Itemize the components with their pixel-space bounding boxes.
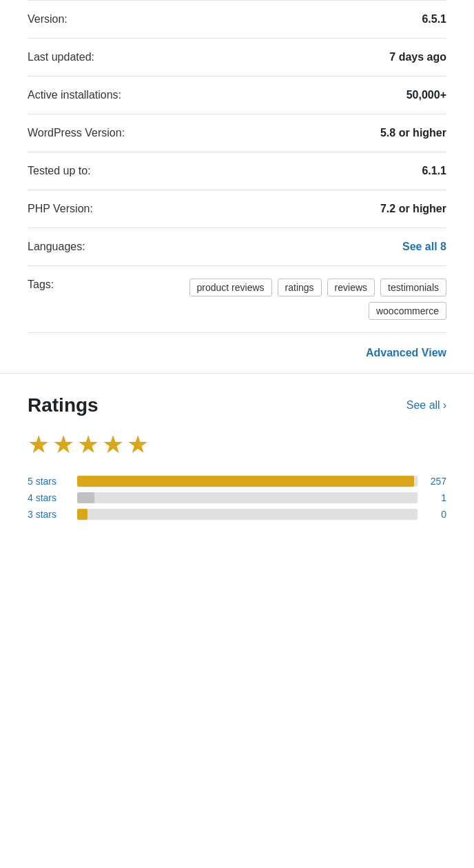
- 5stars-bar-fill: [77, 476, 414, 487]
- 4stars-bar-bg: [77, 492, 418, 503]
- rating-bar-5stars: 5 stars 257: [28, 476, 446, 487]
- ratings-title: Ratings: [28, 394, 99, 416]
- tested-up-to-value: 6.1.1: [422, 165, 446, 177]
- rating-bar-4stars: 4 stars 1: [28, 492, 446, 503]
- tags-row: Tags: product reviews ratings reviews te…: [28, 266, 446, 333]
- plugin-info-table: Version: 6.5.1 Last updated: 7 days ago …: [0, 0, 474, 333]
- star-3: ★: [77, 430, 99, 459]
- tested-up-to-label: Tested up to:: [28, 165, 91, 177]
- version-row: Version: 6.5.1: [28, 0, 446, 39]
- 5stars-bar-bg: [77, 476, 418, 487]
- active-installations-value: 50,000+: [406, 89, 446, 101]
- tag-ratings[interactable]: ratings: [278, 279, 322, 296]
- star-4: ★: [102, 430, 124, 459]
- languages-label: Languages:: [28, 241, 85, 253]
- tag-woocommerce[interactable]: woocommerce: [369, 302, 446, 320]
- active-installations-row: Active installations: 50,000+: [28, 77, 446, 114]
- 4stars-bar-fill: [77, 492, 94, 503]
- 4stars-count: 1: [426, 492, 446, 503]
- rating-bar-3stars: 3 stars 0: [28, 509, 446, 520]
- ratings-header: Ratings See all ›: [28, 394, 446, 416]
- languages-row: Languages: See all 8: [28, 228, 446, 266]
- tags-container: product reviews ratings reviews testimon…: [171, 279, 446, 320]
- stars-display: ★ ★ ★ ★ ★: [28, 430, 446, 459]
- last-updated-row: Last updated: 7 days ago: [28, 39, 446, 77]
- see-all-label: See all: [406, 399, 440, 412]
- 4stars-label[interactable]: 4 stars: [28, 492, 69, 503]
- last-updated-value: 7 days ago: [389, 51, 446, 63]
- wordpress-version-value: 5.8 or higher: [380, 127, 446, 139]
- 5stars-label[interactable]: 5 stars: [28, 476, 69, 487]
- 3stars-label[interactable]: 3 stars: [28, 509, 69, 520]
- see-all-link[interactable]: See all ›: [406, 399, 446, 412]
- wordpress-version-label: WordPress Version:: [28, 127, 125, 139]
- php-version-label: PHP Version:: [28, 203, 93, 215]
- advanced-view-link[interactable]: Advanced View: [366, 347, 446, 359]
- version-value: 6.5.1: [422, 13, 446, 26]
- active-installations-label: Active installations:: [28, 89, 121, 101]
- chevron-right-icon: ›: [443, 399, 446, 412]
- 3stars-bar-bg: [77, 509, 418, 520]
- advanced-view-row: Advanced View: [0, 333, 474, 374]
- tag-product-reviews[interactable]: product reviews: [189, 279, 272, 296]
- php-version-value: 7.2 or higher: [380, 203, 446, 215]
- languages-link[interactable]: See all 8: [402, 241, 446, 253]
- tag-testimonials[interactable]: testimonials: [380, 279, 446, 296]
- 5stars-count: 257: [426, 476, 446, 487]
- tags-label: Tags:: [28, 279, 54, 291]
- wordpress-version-row: WordPress Version: 5.8 or higher: [28, 114, 446, 152]
- last-updated-label: Last updated:: [28, 51, 94, 63]
- 3stars-count: 0: [426, 509, 446, 520]
- 3stars-bar-fill: [77, 509, 87, 520]
- version-label: Version:: [28, 13, 68, 26]
- ratings-section: Ratings See all › ★ ★ ★ ★ ★ 5 stars 257 …: [0, 374, 474, 539]
- tag-reviews[interactable]: reviews: [327, 279, 375, 296]
- star-1: ★: [28, 430, 50, 459]
- tested-up-to-row: Tested up to: 6.1.1: [28, 152, 446, 190]
- star-2: ★: [52, 430, 74, 459]
- php-version-row: PHP Version: 7.2 or higher: [28, 190, 446, 228]
- star-5: ★: [127, 430, 149, 459]
